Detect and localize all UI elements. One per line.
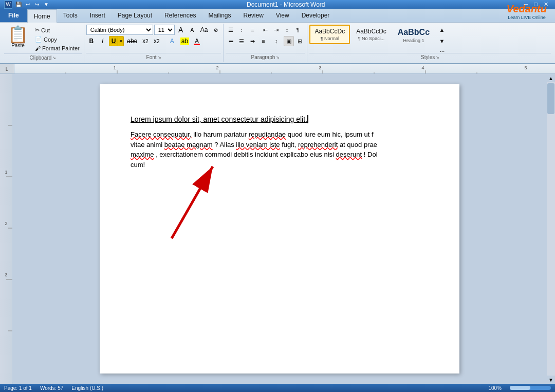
clear-format-button[interactable]: ⊘ (211, 25, 221, 35)
ruler: 1 2 3 4 5 (14, 64, 555, 74)
paragraph-expand-icon[interactable]: ↘ (276, 55, 280, 60)
copy-button[interactable]: 📄 Copy (33, 35, 82, 44)
svg-text:3: 3 (5, 272, 7, 277)
underline-dropdown[interactable]: ▼ (118, 36, 123, 46)
underline-wrapper: U ▼ (109, 36, 124, 46)
font-size-select[interactable]: 11 (154, 25, 175, 35)
style-heading-preview: AaBbCc (398, 28, 430, 37)
align-right-button[interactable]: ➡ (247, 36, 257, 46)
font-expand-icon[interactable]: ↘ (158, 55, 161, 60)
paragraph-group: ☰ ⋮ ≡ ⇤ ⇥ ↕ ¶ ⬅ ☰ ➡ ≡ (224, 24, 307, 62)
vedantu-logo: Vedantu Learn LIVE Online (503, 1, 551, 22)
paste-icon: 📋 (8, 26, 28, 43)
align-center-button[interactable]: ☰ (236, 36, 247, 46)
arrow-annotation (120, 156, 238, 250)
paste-button[interactable]: 📋 Paste (4, 25, 32, 52)
font-name-select[interactable]: Calibri (Body) (86, 25, 153, 35)
scroll-thumb[interactable] (547, 83, 554, 114)
svg-rect-0 (14, 64, 555, 74)
style-heading1[interactable]: AaBbCc Heading 1 (393, 25, 435, 46)
bullets-button[interactable]: ☰ (226, 25, 236, 35)
multilevel-list-button[interactable]: ≡ (247, 25, 257, 35)
text-effects-button[interactable]: A (167, 36, 177, 46)
redo-button[interactable]: ↪ (33, 1, 41, 9)
ruler-svg: 1 2 3 4 5 (14, 64, 555, 74)
svg-text:2: 2 (216, 65, 218, 70)
tab-review[interactable]: Review (237, 9, 270, 22)
styles-scroll-down[interactable]: ▼ (437, 36, 447, 46)
styles-expand-icon[interactable]: ↘ (436, 55, 439, 60)
font-label: Font ↘ (86, 53, 221, 61)
styles-more[interactable]: ⊞ (437, 47, 447, 52)
superscript-button[interactable]: x2 (152, 36, 162, 46)
content-area: 1 2 3 (0, 74, 555, 384)
strikethrough-button[interactable]: abc (125, 36, 139, 46)
window-title: Document1 - Microsoft Word (247, 1, 325, 8)
tab-home[interactable]: Home (27, 9, 57, 23)
ribbon-content: 📋 Paste ✂ Cut 📄 Copy 🖌 (0, 22, 555, 63)
tab-insert[interactable]: Insert (84, 9, 112, 22)
tab-tools[interactable]: Tools (57, 9, 84, 22)
doc-illo1: illo harum pariatur (193, 130, 249, 138)
decrease-indent-button[interactable]: ⇤ (260, 25, 270, 35)
styles-scroll-up[interactable]: ▲ (437, 25, 447, 35)
style-normal-label: ¶ Normal (321, 36, 339, 41)
doc-vitae: vitae animi (131, 141, 164, 148)
ribbon-tabs: File Home Tools Insert Page Layout Refer… (0, 9, 555, 22)
font-row-2: B I U ▼ abc x2 x2 A ab A (86, 36, 201, 46)
styles-group-content: AaBbCcDc ¶ Normal AaBbCcDc ¶ No Spaci...… (309, 25, 551, 52)
vertical-scrollbar[interactable]: ▲ ▼ (547, 74, 555, 384)
font-color-button[interactable]: A (192, 36, 201, 46)
doc-paragraph-1[interactable]: Facere consequatur, illo harum pariatur … (131, 129, 429, 170)
tab-page-layout[interactable]: Page Layout (112, 9, 158, 22)
shading-button[interactable]: ▣ (284, 36, 294, 46)
borders-button[interactable]: ⊞ (294, 36, 305, 46)
show-marks-button[interactable]: ¶ (292, 25, 303, 35)
tab-references[interactable]: References (158, 9, 202, 22)
text-highlight-button[interactable]: ab (178, 36, 191, 46)
format-painter-button[interactable]: 🖌 Format Painter (33, 44, 82, 52)
undo-button[interactable]: ↩ (24, 1, 32, 9)
language-indicator: English (U.S.) (71, 385, 103, 391)
cut-button[interactable]: ✂ Cut (33, 26, 82, 34)
tab-view[interactable]: View (270, 9, 295, 22)
bold-button[interactable]: B (86, 36, 97, 46)
doc-heading-line[interactable]: Lorem ipsum dolor sit, amet consectetur … (131, 115, 429, 123)
subscript-button[interactable]: x2 (140, 36, 151, 46)
status-bar: Page: 1 of 1 Words: 57 English (U.S.) 10… (0, 384, 555, 392)
zoom-slider[interactable] (510, 386, 551, 390)
save-button[interactable]: 💾 (14, 1, 23, 9)
font-styles-button[interactable]: Aa (198, 25, 210, 35)
style-normal-preview: AaBbCcDc (314, 28, 345, 35)
underline-button[interactable]: U (109, 36, 118, 46)
svg-text:5: 5 (524, 65, 527, 70)
clipboard-expand-icon[interactable]: ↘ (52, 55, 56, 60)
italic-button[interactable]: I (98, 36, 108, 46)
justify-button[interactable]: ≡ (258, 36, 268, 46)
font-row-1: Calibri (Body) 11 A A Aa ⊘ (86, 25, 221, 35)
tab-file[interactable]: File (0, 9, 27, 22)
sort-button[interactable]: ↕ (282, 25, 292, 35)
grow-font-button[interactable]: A (176, 25, 186, 35)
style-normal[interactable]: AaBbCcDc ¶ Normal (309, 25, 350, 44)
tab-developer[interactable]: Developer (295, 9, 336, 22)
numbering-button[interactable]: ⋮ (236, 25, 247, 35)
shrink-font-button[interactable]: A (187, 25, 197, 35)
words-indicator: Words: 57 (40, 385, 63, 391)
document-page[interactable]: Lorem ipsum dolor sit, amet consectetur … (100, 84, 459, 374)
zoom-level: 100% (488, 385, 502, 391)
word-icon: W (4, 1, 12, 9)
cut-label: Cut (41, 27, 50, 33)
increase-indent-button[interactable]: ⇥ (271, 25, 281, 35)
title-bar-left: W 💾 ↩ ↪ ▼ (4, 1, 50, 9)
svg-text:3: 3 (319, 65, 321, 70)
align-left-button[interactable]: ⬅ (226, 36, 236, 46)
style-no-spacing[interactable]: AaBbCcDc ¶ No Spaci... (351, 25, 392, 44)
scroll-down-button[interactable]: ▼ (547, 376, 555, 384)
customize-button[interactable]: ▼ (42, 1, 50, 9)
arrow-svg (120, 156, 238, 249)
ruler-corner-mark: L (6, 66, 9, 72)
line-spacing-button[interactable]: ↕ (271, 36, 281, 46)
tab-mailings[interactable]: Mailings (202, 9, 237, 22)
scroll-up-button[interactable]: ▲ (547, 74, 555, 82)
